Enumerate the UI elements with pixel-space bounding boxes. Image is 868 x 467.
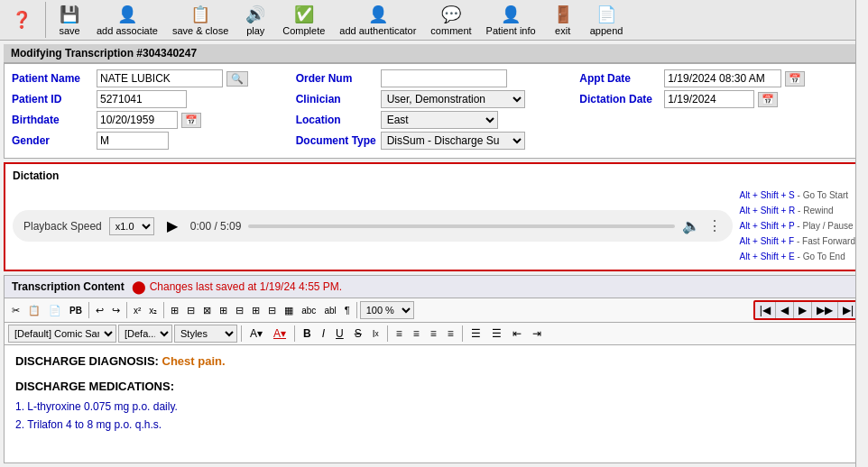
abc-button[interactable]: abl bbox=[320, 301, 339, 319]
nav-first-button[interactable]: |◀ bbox=[755, 302, 776, 318]
gender-input[interactable] bbox=[97, 132, 169, 150]
save-icon: 💾 bbox=[60, 5, 79, 24]
undo-button[interactable]: ↩ bbox=[92, 301, 107, 319]
location-row: Location East bbox=[296, 111, 573, 129]
highlight-button[interactable]: A▾ bbox=[245, 325, 267, 343]
editor-toolbar-row2: [Default] Comic San... [Defa... Styles A… bbox=[5, 323, 863, 345]
audio-icons: 🔈 ⋮ bbox=[682, 217, 722, 234]
audio-player: Playback Speed x1.0 x0.5 x1.5 x2.0 ▶ 0:0… bbox=[13, 210, 733, 242]
col-insert-button[interactable]: ⊞ bbox=[216, 301, 231, 319]
append-icon: 📄 bbox=[596, 5, 616, 24]
strikethrough-button[interactable]: S bbox=[350, 325, 366, 343]
birthdate-calendar-button[interactable]: 📅 bbox=[181, 113, 201, 128]
patient-id-row: Patient ID bbox=[12, 90, 289, 108]
comment-icon: 💬 bbox=[441, 5, 461, 24]
exit-button[interactable]: 🚪 exit bbox=[545, 3, 581, 38]
styles-select[interactable]: Styles bbox=[174, 325, 237, 343]
append-button[interactable]: 📄 append bbox=[585, 3, 629, 38]
increase-indent-button[interactable]: ⇥ bbox=[528, 325, 546, 343]
shortcut-fast-forward: Alt + Shift + F - Fast Forward bbox=[740, 234, 855, 249]
dictation-section: Dictation Playback Speed x1.0 x0.5 x1.5 … bbox=[4, 162, 864, 271]
vertical-scrollbar[interactable] bbox=[855, 0, 868, 467]
help-button[interactable]: ❓ bbox=[4, 8, 40, 32]
format-sep2 bbox=[294, 325, 295, 342]
row-insert-button[interactable]: ⊞ bbox=[248, 301, 263, 319]
save-button[interactable]: 💾 save bbox=[51, 3, 88, 38]
unordered-list-button[interactable]: ☰ bbox=[466, 325, 485, 343]
add-authenticator-button[interactable]: 👤 add authenticator bbox=[334, 3, 421, 38]
order-num-input[interactable] bbox=[381, 69, 507, 87]
zoom-select[interactable]: 100 % 75 % 125 % bbox=[360, 301, 414, 319]
more-options-icon[interactable]: ⋮ bbox=[707, 217, 722, 234]
document-type-select[interactable]: DisSum - Discharge Su bbox=[381, 132, 525, 150]
spell-check-button[interactable]: abc bbox=[298, 301, 319, 319]
font-size-select[interactable]: [Defa... bbox=[118, 325, 172, 343]
dictation-date-calendar-button[interactable]: 📅 bbox=[758, 92, 778, 107]
patient-info-button[interactable]: 👤 Patient info bbox=[481, 3, 541, 38]
audio-play-button[interactable]: ▶ bbox=[162, 215, 183, 236]
subscript-button[interactable]: x₂ bbox=[145, 301, 161, 319]
col-delete-button[interactable]: ⊟ bbox=[232, 301, 247, 319]
bold-button[interactable]: B bbox=[299, 325, 316, 343]
shortcut-rewind: Alt + Shift + R - Rewind bbox=[740, 203, 855, 218]
align-center-button[interactable]: ≡ bbox=[409, 325, 424, 343]
appt-date-calendar-button[interactable]: 📅 bbox=[785, 71, 805, 87]
redo-button[interactable]: ↪ bbox=[108, 301, 124, 319]
row-delete-button[interactable]: ⊟ bbox=[264, 301, 280, 319]
font-color-button[interactable]: A▾ bbox=[269, 325, 291, 343]
patient-col-1: Patient Name 🔍 Patient ID Birthdate 📅 Ge… bbox=[12, 69, 289, 152]
superscript-button[interactable]: x² bbox=[130, 301, 144, 319]
clinician-row: Clinician User, Demonstration bbox=[296, 90, 573, 108]
main-container: Modifying Transcription #304340247 Patie… bbox=[0, 41, 868, 467]
list-item: 2. Trilafon 4 to 8 mg p.o. q.h.s. bbox=[15, 417, 853, 433]
appt-date-input[interactable] bbox=[664, 69, 781, 87]
justify-button[interactable]: ≡ bbox=[443, 325, 458, 343]
decrease-indent-button[interactable]: ⇤ bbox=[508, 325, 526, 343]
complete-button[interactable]: ✅ Complete bbox=[277, 3, 330, 38]
gender-row: Gender bbox=[12, 132, 289, 150]
table-delete-button[interactable]: ⊠ bbox=[199, 301, 215, 319]
copy-button[interactable]: 📋 bbox=[24, 301, 44, 319]
italic-button[interactable]: I bbox=[318, 325, 329, 343]
save-message: Changes last saved at 1/19/24 4:55 PM. bbox=[150, 280, 342, 293]
cut-button[interactable]: ✂ bbox=[8, 301, 23, 319]
playback-speed-select[interactable]: x1.0 x0.5 x1.5 x2.0 bbox=[109, 217, 154, 235]
cell-merge-button[interactable]: ▦ bbox=[281, 301, 297, 319]
pilcrow-button[interactable]: ¶ bbox=[341, 301, 354, 319]
transcription-section: Transcription Content ⬤ Changes last sav… bbox=[4, 275, 864, 463]
nav-next-button[interactable]: ▶▶ bbox=[812, 302, 838, 318]
play-button[interactable]: 🔊 play bbox=[237, 3, 273, 38]
transcription-title: Transcription Content bbox=[12, 280, 125, 293]
nav-play-button[interactable]: ▶ bbox=[794, 302, 812, 318]
nav-prev-button[interactable]: ◀ bbox=[776, 302, 794, 318]
document-type-row: Document Type DisSum - Discharge Su bbox=[296, 132, 573, 150]
patient-search-button[interactable]: 🔍 bbox=[226, 71, 248, 87]
progress-bar-container[interactable] bbox=[248, 224, 674, 228]
format-sep1 bbox=[241, 325, 242, 342]
clinician-select[interactable]: User, Demonstration bbox=[381, 90, 525, 108]
add-associate-button[interactable]: 👤 add associate bbox=[91, 3, 163, 38]
location-select[interactable]: East bbox=[381, 111, 498, 129]
transcription-header: Transcription Content ⬤ Changes last sav… bbox=[5, 276, 863, 298]
dictation-title: Dictation bbox=[13, 169, 855, 182]
align-left-button[interactable]: ≡ bbox=[392, 325, 407, 343]
align-right-button[interactable]: ≡ bbox=[426, 325, 441, 343]
paste-plain-button[interactable]: PB bbox=[66, 301, 86, 319]
ordered-list-button[interactable]: ☰ bbox=[487, 325, 506, 343]
save-close-button[interactable]: 📋 save & close bbox=[167, 3, 234, 38]
birthdate-input[interactable] bbox=[97, 111, 178, 129]
volume-icon[interactable]: 🔈 bbox=[682, 217, 700, 234]
dictation-date-input[interactable] bbox=[664, 90, 754, 108]
order-num-row: Order Num bbox=[296, 69, 573, 87]
table-button[interactable]: ⊞ bbox=[167, 301, 182, 319]
underline-button[interactable]: U bbox=[331, 325, 348, 343]
editor-content[interactable]: DISCHARGE DIAGNOSIS: Chest pain. DISCHAR… bbox=[5, 345, 863, 462]
patient-id-input[interactable] bbox=[97, 90, 187, 108]
font-family-select[interactable]: [Default] Comic San... bbox=[8, 325, 116, 343]
patient-name-input[interactable] bbox=[97, 69, 223, 87]
paste-button[interactable]: 📄 bbox=[45, 301, 65, 319]
save-close-icon: 📋 bbox=[190, 5, 210, 24]
table-insert-button[interactable]: ⊟ bbox=[183, 301, 199, 319]
comment-button[interactable]: 💬 comment bbox=[425, 3, 476, 38]
remove-format-button[interactable]: Ix bbox=[368, 325, 383, 343]
